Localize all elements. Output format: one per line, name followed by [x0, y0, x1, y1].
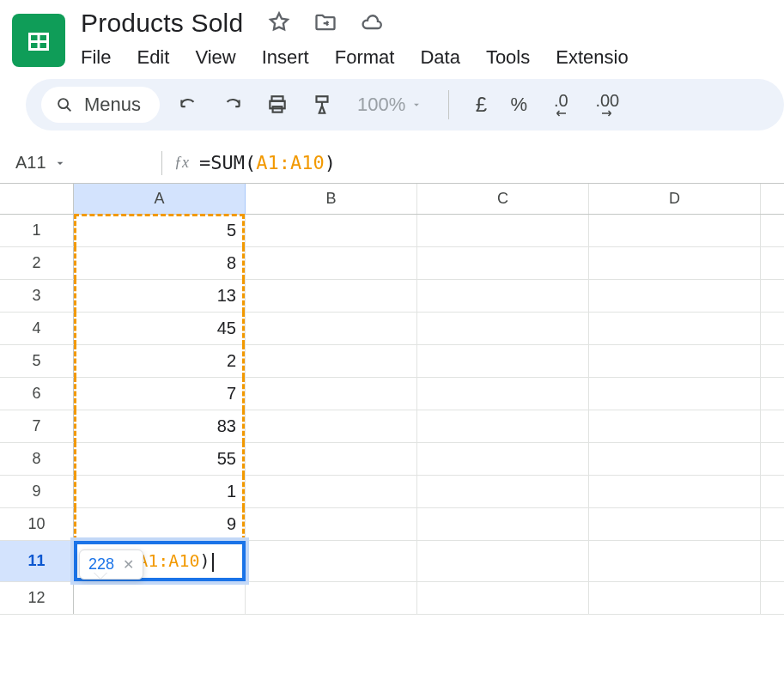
- cell[interactable]: 9: [74, 508, 246, 540]
- cell[interactable]: [589, 313, 761, 344]
- cell[interactable]: [246, 476, 417, 507]
- row-header[interactable]: 2: [0, 247, 74, 279]
- select-all-corner[interactable]: [0, 184, 74, 214]
- cell[interactable]: 8: [74, 247, 246, 279]
- cell[interactable]: [417, 378, 589, 410]
- column-header-a[interactable]: A: [74, 184, 246, 214]
- print-button[interactable]: [261, 88, 294, 121]
- cell[interactable]: 5: [74, 215, 246, 246]
- table-row: 15: [0, 215, 784, 247]
- menus-label: Menus: [84, 94, 141, 116]
- cell[interactable]: [589, 410, 761, 442]
- close-icon[interactable]: ✕: [123, 556, 134, 573]
- cell[interactable]: 83: [74, 410, 246, 442]
- cell[interactable]: [417, 345, 589, 377]
- cell[interactable]: [417, 215, 589, 246]
- formula-bar: A11 ƒx =SUM(A1:A10): [0, 143, 784, 184]
- row-header[interactable]: 4: [0, 313, 74, 344]
- decrease-decimal-button[interactable]: .0: [544, 92, 578, 118]
- cell[interactable]: 13: [74, 280, 246, 312]
- cell[interactable]: [246, 345, 417, 377]
- name-box-value: A11: [15, 153, 46, 173]
- cell[interactable]: [417, 476, 589, 507]
- cell[interactable]: [589, 582, 761, 614]
- cell[interactable]: [246, 313, 417, 344]
- cell[interactable]: [246, 508, 417, 540]
- menu-format[interactable]: Format: [335, 46, 395, 69]
- row-header[interactable]: 8: [0, 443, 74, 475]
- row-header[interactable]: 6: [0, 378, 74, 410]
- menu-view[interactable]: View: [195, 46, 235, 69]
- percent-button[interactable]: %: [506, 94, 532, 116]
- row-header[interactable]: 10: [0, 508, 74, 540]
- cell[interactable]: [589, 247, 761, 279]
- cell[interactable]: [589, 345, 761, 377]
- name-box[interactable]: A11: [15, 153, 161, 173]
- cell[interactable]: [417, 410, 589, 442]
- table-row: 52: [0, 345, 784, 378]
- cell[interactable]: 2: [74, 345, 246, 377]
- column-headers: A B C D: [0, 184, 784, 215]
- cell[interactable]: [417, 541, 589, 581]
- menu-data[interactable]: Data: [420, 46, 459, 69]
- cell[interactable]: [246, 247, 417, 279]
- cell[interactable]: [589, 508, 761, 540]
- cell[interactable]: 1: [74, 476, 246, 507]
- cell[interactable]: [417, 508, 589, 540]
- move-folder-icon[interactable]: [313, 10, 337, 37]
- row-header[interactable]: 5: [0, 345, 74, 377]
- row-header[interactable]: 9: [0, 476, 74, 507]
- formula-prefix: =SUM(: [199, 152, 256, 173]
- cell[interactable]: 55: [74, 443, 246, 475]
- cell[interactable]: [417, 313, 589, 344]
- cell[interactable]: [246, 582, 417, 614]
- cell[interactable]: [417, 280, 589, 312]
- formula-input[interactable]: =SUM(A1:A10): [199, 152, 336, 173]
- row-header[interactable]: 1: [0, 215, 74, 246]
- cell[interactable]: [246, 443, 417, 475]
- menu-extensions[interactable]: Extensio: [556, 46, 628, 69]
- cell[interactable]: [246, 541, 417, 581]
- column-header-d[interactable]: D: [589, 184, 761, 214]
- menu-tools[interactable]: Tools: [486, 46, 530, 69]
- zoom-select[interactable]: 100%: [350, 94, 429, 116]
- star-icon[interactable]: [267, 10, 291, 37]
- fx-icon: ƒx: [174, 154, 189, 172]
- column-header-c[interactable]: C: [417, 184, 589, 214]
- cell[interactable]: [589, 378, 761, 410]
- row-header[interactable]: 11: [0, 541, 74, 581]
- undo-button[interactable]: [172, 88, 204, 121]
- cell[interactable]: [246, 378, 417, 410]
- sheets-app-icon[interactable]: [12, 14, 65, 67]
- cell[interactable]: [74, 582, 246, 614]
- paint-format-button[interactable]: [306, 88, 338, 121]
- menu-edit[interactable]: Edit: [137, 46, 169, 69]
- redo-button[interactable]: [216, 88, 249, 121]
- cell[interactable]: 7: [74, 378, 246, 410]
- cell[interactable]: [246, 280, 417, 312]
- cell[interactable]: 45: [74, 313, 246, 344]
- menu-file[interactable]: File: [81, 46, 111, 69]
- app-header: Products Sold File Edit View Insert Form…: [0, 0, 784, 69]
- cell[interactable]: [246, 410, 417, 442]
- cell[interactable]: [589, 476, 761, 507]
- cloud-status-icon[interactable]: [360, 10, 384, 37]
- cell[interactable]: [589, 280, 761, 312]
- row-header[interactable]: 7: [0, 410, 74, 442]
- cell[interactable]: [417, 247, 589, 279]
- document-title[interactable]: Products Sold: [81, 9, 243, 38]
- cell[interactable]: [589, 541, 761, 581]
- row-header[interactable]: 12: [0, 582, 74, 614]
- menus-search[interactable]: Menus: [41, 87, 160, 123]
- cell[interactable]: [589, 443, 761, 475]
- cell[interactable]: [417, 443, 589, 475]
- currency-button[interactable]: £: [468, 93, 494, 117]
- menu-insert[interactable]: Insert: [262, 46, 309, 69]
- row-header[interactable]: 3: [0, 280, 74, 312]
- increase-decimal-button[interactable]: .00: [590, 92, 624, 118]
- cell[interactable]: [589, 215, 761, 246]
- svg-rect-8: [273, 106, 283, 112]
- column-header-b[interactable]: B: [246, 184, 417, 214]
- cell[interactable]: [246, 215, 417, 246]
- cell[interactable]: [417, 582, 589, 614]
